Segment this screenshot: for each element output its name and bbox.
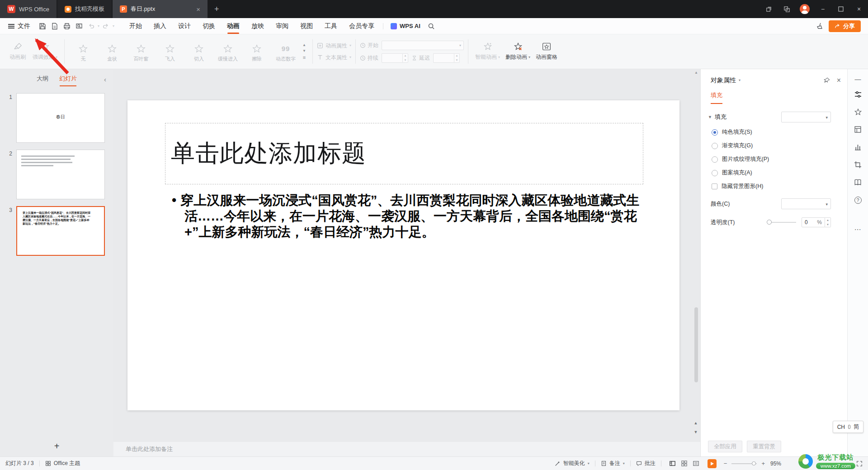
save-button[interactable] <box>37 20 48 32</box>
anim-wipe[interactable]: 擦除 <box>242 41 271 62</box>
file-menu-button[interactable]: 文件 <box>4 18 35 34</box>
slide-thumbnail-2[interactable] <box>16 150 105 199</box>
reading-icon[interactable] <box>848 174 868 191</box>
chart-icon[interactable] <box>848 138 868 156</box>
zoom-out-icon[interactable]: − <box>722 460 729 467</box>
delay-spinner[interactable]: ▲▼ <box>433 53 460 63</box>
tab-current-document[interactable]: P 春日.pptx × <box>113 0 208 18</box>
opacity-spinner[interactable]: ▲▼ <box>825 217 831 227</box>
anim-blinds[interactable]: 百叶窗 <box>127 41 156 62</box>
emphasis-effect-button[interactable]: 强调效果▾ <box>30 42 60 61</box>
comments-button[interactable]: 批注 <box>636 460 656 467</box>
tab-transition[interactable]: 切换 <box>197 18 221 34</box>
tab-docer-template[interactable]: 找稻壳模板 <box>57 0 112 18</box>
effects-icon[interactable] <box>848 103 868 121</box>
reset-background-button[interactable]: 重置背景 <box>747 441 781 452</box>
minimize-button[interactable]: − <box>814 0 832 18</box>
fill-option-picture[interactable]: 图片或纹理填充(P) <box>712 155 847 163</box>
tab-wps-home[interactable]: W WPS Office <box>0 0 57 18</box>
fill-option-pattern[interactable]: 图案填充(A) <box>712 169 847 177</box>
opacity-slider[interactable] <box>767 222 796 223</box>
title-placeholder[interactable]: 单击此处添加标题 <box>165 123 643 184</box>
new-tab-button[interactable]: + <box>208 0 226 18</box>
animation-properties-button[interactable]: 动画属性▾ <box>317 42 351 50</box>
scroll-up-icon[interactable]: ▲ <box>694 70 698 75</box>
more-icon[interactable]: ⋯ <box>848 221 868 238</box>
zoom-knob[interactable] <box>752 461 756 465</box>
fullscreen-icon[interactable] <box>856 461 863 467</box>
account-avatar[interactable] <box>796 0 814 18</box>
restore-layout-icon[interactable] <box>760 0 778 18</box>
maximize-button[interactable] <box>832 0 850 18</box>
notes-bar[interactable]: 单击此处添加备注 <box>113 442 700 456</box>
zoom-level[interactable]: 95% <box>767 461 785 467</box>
anim-slow-enter[interactable]: 缓慢进入 <box>213 41 242 62</box>
panel-title-dropdown[interactable]: 对象属性▾ <box>711 76 741 85</box>
slide-sorter-view-button[interactable] <box>679 459 690 469</box>
pin-icon[interactable] <box>824 77 830 84</box>
opacity-value-input[interactable]: 0 % <box>802 217 825 227</box>
tab-fill[interactable]: 填充 <box>711 91 722 104</box>
body-text-block[interactable]: •穿上汉服来一场沉浸式“国风赏花”、去川西赏梨花同时深入藏区体验地道藏式生活……… <box>172 193 649 240</box>
start-select[interactable]: ▾ <box>382 41 464 50</box>
fill-option-gradient[interactable]: 渐变填充(G) <box>712 142 847 150</box>
clean-format-icon[interactable] <box>816 23 823 30</box>
delete-animation-button[interactable]: 删除动画▾ <box>503 42 533 61</box>
tab-member[interactable]: 会员专享 <box>343 18 380 34</box>
anim-dynamic-number[interactable]: 99 动态数字 <box>271 41 300 62</box>
crop-icon[interactable] <box>848 156 868 174</box>
next-slide-icon[interactable]: ▼ <box>693 430 699 434</box>
color-dropdown[interactable]: ▾ <box>781 198 831 209</box>
object-properties-icon[interactable] <box>848 85 868 103</box>
hide-background-checkbox[interactable]: 隐藏背景图形(H) <box>712 183 847 190</box>
anim-none[interactable]: 无 <box>69 41 98 62</box>
reading-view-button[interactable] <box>690 459 702 469</box>
section-collapse-icon[interactable]: ▼ <box>708 115 712 119</box>
fill-option-solid[interactable]: 纯色填充(S) <box>712 128 847 136</box>
print-preview-button[interactable] <box>73 20 85 32</box>
duration-spinner[interactable]: ▲▼ <box>382 53 408 63</box>
text-properties-button[interactable]: 文本属性▾ <box>317 54 351 61</box>
anim-box[interactable]: 盒状 <box>98 41 127 62</box>
slider-knob[interactable] <box>767 220 772 225</box>
tab-view[interactable]: 视图 <box>294 18 319 34</box>
share-button[interactable]: 分享 <box>829 20 861 32</box>
tab-slideshow[interactable]: 放映 <box>245 18 270 34</box>
tab-animation[interactable]: 动画 <box>221 18 245 34</box>
play-slideshow-button[interactable] <box>708 459 717 468</box>
redo-button[interactable] <box>100 20 112 32</box>
anim-fly-in[interactable]: 飞入 <box>156 41 184 62</box>
zoom-slider[interactable] <box>731 463 757 464</box>
export-pdf-button[interactable] <box>49 20 60 32</box>
collapse-sidebar-icon[interactable]: ‹ <box>104 75 106 83</box>
animation-pane-button[interactable]: 动画窗格 <box>533 42 560 61</box>
tab-review[interactable]: 审阅 <box>270 18 294 34</box>
print-button[interactable] <box>61 20 72 32</box>
search-icon[interactable] <box>425 20 438 33</box>
slide-thumbnail-3-selected[interactable]: 穿上汉服来一场沉浸式“国风赏花”、去川西赏梨花同时深入藏区体验地道藏式生活……今… <box>16 206 105 256</box>
fill-preset-dropdown[interactable]: ▾ <box>781 112 831 122</box>
tab-outline[interactable]: 大纲 <box>37 75 48 84</box>
help-icon[interactable]: ? <box>848 191 868 209</box>
tab-home[interactable]: 开始 <box>123 18 148 34</box>
smart-beautify-button[interactable]: 智能美化▾ <box>555 460 590 467</box>
anim-cut-in[interactable]: 切入 <box>184 41 213 62</box>
windows-stack-icon[interactable] <box>778 0 796 18</box>
add-slide-button[interactable]: + <box>0 436 113 456</box>
theme-indicator[interactable]: Office 主题 <box>45 460 80 467</box>
animation-brush-button[interactable]: 动画刷 <box>5 42 30 61</box>
apply-all-button[interactable]: 全部应用 <box>708 441 742 452</box>
tab-design[interactable]: 设计 <box>172 18 197 34</box>
undo-dropdown-icon[interactable]: ▾ <box>98 24 99 28</box>
close-panel-icon[interactable]: × <box>837 77 841 84</box>
previous-slide-icon[interactable]: ▲ <box>693 421 699 425</box>
wps-ai-button[interactable]: WPS AI <box>386 23 425 29</box>
notes-button[interactable]: 备注▾ <box>601 460 625 467</box>
slide-thumbnail-1[interactable]: 春日 <box>16 93 105 143</box>
gallery-up-icon[interactable]: ▲ <box>302 43 306 47</box>
tab-insert[interactable]: 插入 <box>148 18 172 34</box>
gallery-more-icon[interactable]: ≡ <box>303 55 306 60</box>
tab-close-icon[interactable]: × <box>183 5 200 13</box>
tab-tools[interactable]: 工具 <box>319 18 343 34</box>
undo-button[interactable] <box>85 20 97 32</box>
